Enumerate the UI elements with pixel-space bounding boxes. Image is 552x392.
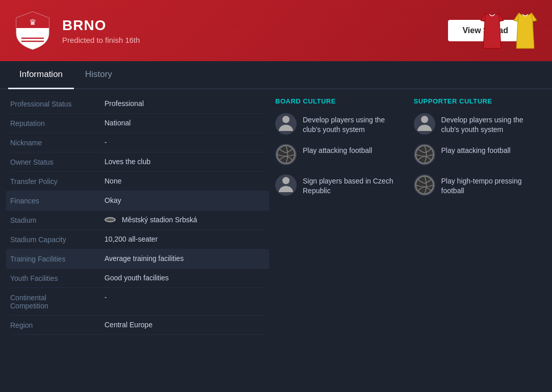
red-jersey-icon — [476, 10, 509, 56]
club-info: BRNO Predicted to finish 16th — [62, 17, 448, 44]
board-culture-item-2: Play attacking football — [275, 144, 404, 165]
culture-section: BOARD CULTURE Develop players using the … — [265, 89, 552, 340]
club-badge: ♛ — [14, 10, 51, 51]
supporter-culture-item-3: Play high-tempo pressing football — [414, 174, 542, 196]
svg-text:♛: ♛ — [29, 18, 36, 27]
content-area: Professional Status Professional Reputat… — [0, 89, 552, 340]
jerseys — [476, 5, 542, 56]
tab-information[interactable]: Information — [8, 61, 74, 89]
info-row-stadium-capacity: Stadium Capacity 10,200 all-seater — [10, 230, 265, 249]
supporter-culture-item-2: Play attacking football — [414, 144, 542, 165]
info-row-region: Region Central Europe — [10, 316, 265, 335]
club-subtitle: Predicted to finish 16th — [62, 36, 448, 44]
info-row-finances: Finances Okay — [6, 191, 269, 211]
info-row-continental: ContinentalCompetition - — [10, 288, 265, 316]
supporter-culture-title: SUPPORTER CULTURE — [414, 97, 542, 105]
supporter-culture-text-2: Play attacking football — [441, 144, 511, 155]
supporter-culture-text-3: Play high-tempo pressing football — [441, 174, 542, 196]
board-culture-text-3: Sign players based in Czech Republic — [303, 174, 404, 196]
info-row-owner-status: Owner Status Loves the club — [10, 152, 265, 172]
board-culture-item-3: Sign players based in Czech Republic — [275, 174, 404, 196]
svg-point-8 — [415, 176, 433, 194]
svg-point-7 — [415, 146, 433, 164]
svg-point-6 — [421, 116, 428, 123]
board-culture-text-2: Play attacking football — [303, 144, 372, 155]
svg-point-3 — [282, 116, 290, 123]
supporter-culture-icon-3 — [414, 174, 435, 196]
board-culture-icon-2 — [275, 144, 297, 165]
board-culture-item-1: Develop players using the club's youth s… — [275, 113, 404, 135]
board-culture-title: BOARD CULTURE — [275, 97, 404, 105]
info-row-professional-status: Professional Status Professional — [10, 94, 265, 114]
supporter-culture-column: SUPPORTER CULTURE Develop players using … — [414, 97, 542, 332]
info-row-reputation: Reputation National — [10, 114, 265, 133]
stadium-icon — [104, 217, 116, 222]
board-culture-icon-3 — [275, 174, 297, 196]
club-name: BRNO — [62, 17, 448, 34]
info-row-youth-facilities: Youth Facilities Good youth facilities — [10, 269, 265, 288]
board-culture-text-1: Develop players using the club's youth s… — [303, 113, 404, 135]
info-table: Professional Status Professional Reputat… — [0, 89, 265, 340]
board-culture-column: BOARD CULTURE Develop players using the … — [275, 97, 404, 332]
svg-point-4 — [277, 146, 295, 164]
supporter-culture-icon-2 — [414, 144, 435, 165]
header: ♛ BRNO Predicted to finish 16th View Squ… — [0, 0, 552, 61]
info-row-transfer-policy: Transfer Policy None — [10, 172, 265, 191]
board-culture-icon-1 — [275, 113, 297, 135]
supporter-culture-icon-1 — [414, 113, 435, 135]
tabs-bar: Information History — [0, 61, 552, 89]
supporter-culture-item-1: Develop players using the club's youth s… — [414, 113, 542, 135]
svg-point-5 — [282, 177, 290, 184]
info-row-training-facilities: Training Facilities Average training fac… — [6, 249, 269, 269]
info-row-nickname: Nickname - — [10, 133, 265, 152]
yellow-jersey-icon — [509, 10, 542, 56]
info-row-stadium: Stadium Městský stadion Srbská — [10, 211, 265, 230]
supporter-culture-text-1: Develop players using the club's youth s… — [441, 113, 542, 135]
tab-history[interactable]: History — [74, 61, 123, 89]
